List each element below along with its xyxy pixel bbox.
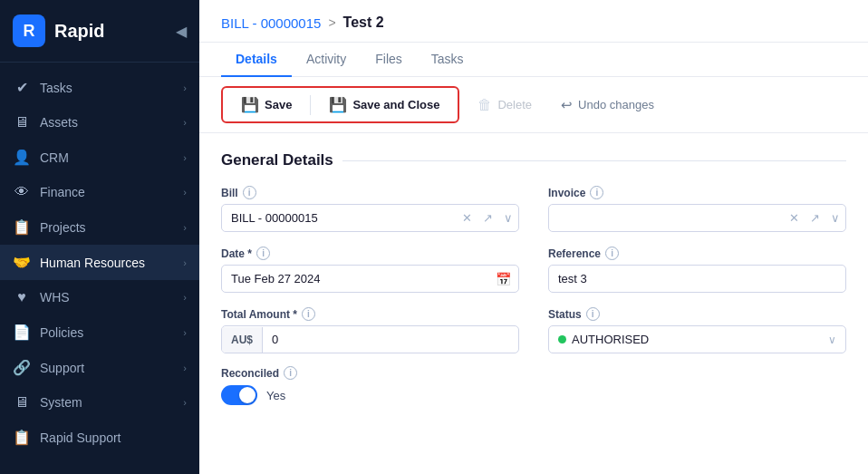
save-close-icon: 💾 — [329, 96, 347, 113]
tasks-icon: ✔ — [13, 79, 31, 96]
breadcrumb-separator: > — [328, 15, 335, 30]
save-icon: 💾 — [241, 96, 259, 113]
reference-input[interactable] — [549, 266, 845, 292]
content-area: General Details Bill i ✕ ↗ ∨ Invoice — [199, 133, 868, 474]
policies-icon: 📄 — [13, 324, 31, 341]
undo-button[interactable]: ↩ Undo changes — [550, 92, 665, 118]
reconciled-info-icon[interactable]: i — [284, 366, 297, 380]
reference-info-icon[interactable]: i — [605, 247, 619, 260]
chevron-icon: › — [183, 152, 187, 163]
date-info-icon[interactable]: i — [256, 247, 270, 260]
sidebar-item-support[interactable]: 🔗 Support › — [0, 350, 199, 385]
crm-icon: 👤 — [13, 149, 31, 166]
save-and-close-button[interactable]: 💾 Save and Close — [318, 92, 450, 118]
date-label: Date * i — [221, 247, 519, 260]
bill-input[interactable] — [222, 205, 457, 231]
delete-label: Delete — [497, 98, 532, 111]
tab-details[interactable]: Details — [221, 43, 292, 77]
date-input[interactable] — [222, 266, 488, 292]
toggle-knob — [239, 387, 256, 403]
chevron-icon: › — [183, 397, 187, 408]
rapid-support-icon: 📋 — [13, 429, 31, 446]
status-select[interactable]: AUTHORISED ∨ — [548, 325, 846, 353]
total-amount-input[interactable] — [263, 326, 518, 353]
sidebar-item-projects[interactable]: 📋 Projects › — [0, 209, 199, 245]
save-button[interactable]: 💾 Save — [230, 92, 303, 118]
sidebar-item-label: Tasks — [40, 81, 174, 95]
sidebar-item-tasks[interactable]: ✔ Tasks › — [0, 70, 199, 105]
delete-button[interactable]: 🗑 Delete — [467, 92, 543, 118]
sidebar: R Rapid ◀ ✔ Tasks › 🖥 Assets › 👤 CRM › 👁… — [0, 0, 199, 474]
form-grid: Bill i ✕ ↗ ∨ Invoice i ✕ — [221, 186, 846, 353]
invoice-clear-icon[interactable]: ✕ — [784, 211, 805, 225]
tab-activity[interactable]: Activity — [292, 43, 361, 77]
finance-icon: 👁 — [13, 184, 31, 200]
invoice-input-wrap: ✕ ↗ ∨ — [548, 204, 846, 232]
total-amount-info-icon[interactable]: i — [302, 307, 315, 321]
save-close-label: Save and Close — [352, 98, 439, 111]
sidebar-item-label: Support — [40, 361, 174, 375]
sidebar-item-label: Rapid Support — [40, 430, 187, 445]
sidebar-collapse-button[interactable]: ◀ — [176, 23, 187, 40]
total-amount-label: Total Amount * i — [221, 307, 519, 321]
reconciled-toggle-label: Yes — [266, 389, 285, 402]
invoice-link-icon[interactable]: ↗ — [805, 211, 825, 225]
main-content: BILL - 00000015 > Test 2 Details Activit… — [199, 0, 868, 474]
bill-field: Bill i ✕ ↗ ∨ — [221, 186, 519, 232]
reconciled-toggle[interactable] — [221, 385, 257, 405]
system-icon: 🖥 — [13, 394, 31, 411]
save-label: Save — [265, 98, 292, 111]
bill-info-icon[interactable]: i — [243, 186, 256, 199]
logo-text: Rapid — [54, 21, 105, 42]
reference-input-wrap — [548, 265, 846, 293]
undo-icon: ↩ — [561, 97, 573, 113]
sidebar-item-human-resources[interactable]: 🤝 Human Resources › — [0, 245, 199, 280]
calendar-icon[interactable]: 📅 — [488, 272, 518, 286]
sidebar-item-crm[interactable]: 👤 CRM › — [0, 140, 199, 175]
sidebar-item-label: Projects — [40, 220, 174, 235]
bill-clear-icon[interactable]: ✕ — [457, 211, 477, 225]
sidebar-item-label: Policies — [40, 325, 174, 340]
chevron-icon: › — [183, 292, 187, 303]
invoice-field: Invoice i ✕ ↗ ∨ — [548, 186, 846, 232]
sidebar-logo: R Rapid ◀ — [0, 0, 199, 63]
toolbar-separator — [310, 95, 311, 115]
projects-icon: 📋 — [13, 218, 31, 236]
sidebar-item-policies[interactable]: 📄 Policies › — [0, 314, 199, 350]
chevron-icon: › — [183, 363, 187, 373]
section-title: General Details — [221, 151, 846, 169]
sidebar-item-label: CRM — [40, 150, 174, 165]
sidebar-item-rapid-support[interactable]: 📋 Rapid Support — [0, 420, 199, 455]
total-amount-field: Total Amount * i AU$ — [221, 307, 519, 353]
assets-icon: 🖥 — [13, 114, 31, 131]
status-dot — [558, 335, 566, 343]
chevron-icon: › — [183, 117, 187, 128]
bill-link-icon[interactable]: ↗ — [477, 211, 498, 225]
chevron-icon: › — [183, 327, 187, 338]
sidebar-item-system[interactable]: 🖥 System › — [0, 385, 199, 420]
sidebar-item-label: Human Resources — [40, 256, 174, 270]
breadcrumb-current: Test 2 — [343, 15, 384, 31]
sidebar-item-whs[interactable]: ♥ WHS › — [0, 280, 199, 314]
reference-field: Reference i — [548, 247, 846, 293]
invoice-label: Invoice i — [548, 186, 846, 199]
human-resources-icon: 🤝 — [13, 254, 31, 271]
tab-files[interactable]: Files — [361, 43, 417, 77]
sidebar-item-assets[interactable]: 🖥 Assets › — [0, 105, 199, 140]
chevron-icon: › — [183, 82, 187, 93]
bill-chevron-icon[interactable]: ∨ — [498, 211, 518, 225]
status-info-icon[interactable]: i — [586, 307, 600, 321]
status-field: Status i AUTHORISED ∨ — [548, 307, 846, 353]
date-input-wrap: 📅 — [221, 265, 519, 293]
sidebar-item-label: Finance — [40, 185, 174, 199]
reconciled-section: Reconciled i Yes — [221, 366, 846, 405]
sidebar-item-finance[interactable]: 👁 Finance › — [0, 175, 199, 209]
invoice-chevron-icon[interactable]: ∨ — [825, 211, 845, 225]
save-group: 💾 Save 💾 Save and Close — [221, 86, 459, 123]
invoice-input[interactable] — [549, 205, 784, 231]
invoice-info-icon[interactable]: i — [590, 186, 603, 199]
breadcrumb-parent[interactable]: BILL - 00000015 — [221, 15, 321, 31]
tab-tasks[interactable]: Tasks — [417, 43, 478, 77]
reconciled-row: Yes — [221, 385, 846, 405]
chevron-icon: › — [183, 187, 187, 198]
